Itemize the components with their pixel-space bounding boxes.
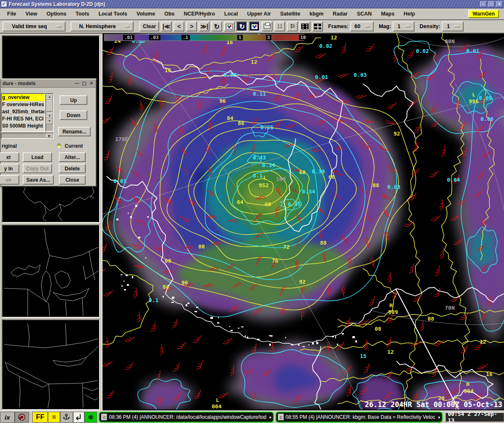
procedures-dialog[interactable]: dure - models — ▢ ✕ g_overview F overvie…: [0, 78, 97, 187]
scroll-right-icon[interactable]: ▶: [46, 133, 53, 138]
up-button[interactable]: Up: [60, 95, 87, 105]
down-button[interactable]: Down: [60, 110, 87, 120]
window-title: Forecast Systems Laboratory D-2D (djn): [9, 1, 105, 7]
announcer-c-button[interactable]: c: [101, 414, 107, 420]
procedure-list-item[interactable]: ast_925mb_thetae: [2, 108, 45, 115]
current-radio-icon[interactable]: [56, 143, 62, 149]
loop-toggle-button[interactable]: ↻: [236, 21, 247, 31]
copy-in-button[interactable]: y In: [0, 164, 19, 173]
scale-dropdown[interactable]: N. Hemisphere: [71, 21, 134, 31]
menu-scan[interactable]: SCAN: [352, 9, 376, 18]
dialog-maximize-icon[interactable]: ▢: [81, 81, 87, 86]
menu-maps[interactable]: Maps: [376, 9, 399, 18]
svg-text:.03: .03: [150, 35, 159, 40]
title-bar[interactable]: ✓ Forecast Systems Laboratory D-2D (djn)…: [0, 0, 504, 8]
mag-dropdown[interactable]: 1: [393, 21, 415, 31]
menu-local-tools[interactable]: Local Tools: [94, 9, 132, 18]
map-label: 76: [272, 258, 278, 264]
maximize-button[interactable]: □: [488, 1, 495, 7]
points-button[interactable]: ∷: [274, 21, 285, 31]
print-button[interactable]: [262, 21, 273, 31]
ff-launcher-icon[interactable]: FF: [32, 412, 48, 423]
map-label: 15: [360, 353, 367, 359]
menu-tools[interactable]: Tools: [71, 9, 94, 18]
arrow-launcher-icon[interactable]: [73, 412, 84, 423]
menu-satellite[interactable]: Satellite: [276, 9, 305, 18]
procedure-list-item[interactable]: F overview-HiRes: [2, 101, 45, 108]
announcer-bar-2[interactable]: c 08:55 PM (4) |ANNOUNCER: kbgm: Base Da…: [276, 412, 443, 423]
menu-local[interactable]: Local: [220, 9, 243, 18]
map-label: 0.03: [223, 72, 236, 78]
delete-button[interactable]: Delete: [59, 164, 86, 173]
image-toggle-button[interactable]: [249, 21, 260, 31]
load-button[interactable]: Load: [23, 152, 52, 162]
menu-kbgm[interactable]: kbgm: [305, 9, 328, 18]
image-combo-button[interactable]: [224, 21, 235, 31]
dialog-title-bar[interactable]: dure - models — ▢ ✕: [1, 79, 96, 88]
scroll-up-icon[interactable]: ▲: [46, 112, 53, 118]
menu-view[interactable]: View: [21, 9, 42, 18]
alter-button[interactable]: Alter...: [59, 152, 86, 162]
next-button[interactable]: xt: [0, 152, 19, 162]
scroll-up-icon[interactable]: ▲: [46, 94, 53, 100]
menu-bar: File View Options Tools Local Tools Volu…: [0, 8, 504, 20]
menu-radar[interactable]: Radar: [328, 9, 352, 18]
last-frame-button[interactable]: ≫|: [199, 21, 210, 31]
close-dialog-button[interactable]: Close: [59, 175, 86, 185]
snowflake-launcher-icon[interactable]: ❄: [84, 412, 97, 423]
four-panel-button[interactable]: [312, 21, 323, 31]
original-radio-label[interactable]: riginal: [2, 143, 17, 149]
save-as-button[interactable]: Save As...: [23, 175, 54, 185]
first-frame-button[interactable]: |≪: [161, 21, 172, 31]
announcer-c-button[interactable]: c: [278, 414, 284, 420]
thumbnail-great-lakes[interactable]: [2, 225, 100, 318]
scroll-down-icon[interactable]: ▼: [46, 118, 53, 124]
menu-obs[interactable]: Obs: [160, 9, 179, 18]
procedure-list-item[interactable]: g_overview: [2, 94, 45, 101]
time-mode-dropdown[interactable]: Valid time seq: [3, 21, 66, 31]
menu-help[interactable]: Help: [399, 9, 420, 18]
frames-dropdown[interactable]: 60: [350, 21, 374, 31]
redo-launcher-icon[interactable]: [15, 412, 29, 423]
clear-button[interactable]: Clear: [139, 21, 159, 31]
announcer-dropdown-icon[interactable]: ▾: [268, 415, 271, 420]
map-label: 952: [259, 182, 268, 188]
list-vertical-scrollbar[interactable]: ▲ ▲ ▼: [45, 93, 54, 132]
frames-label: Frames:: [328, 24, 349, 29]
announcer-bar-1[interactable]: c 08:36 PM (4) |ANNOUNCER: /data/local/l…: [99, 412, 274, 423]
procedure-list[interactable]: g_overview F overview-HiRes ast_925mb_th…: [1, 93, 45, 132]
loop-button[interactable]: ↻: [211, 21, 222, 31]
single-panel-button[interactable]: [299, 21, 310, 31]
density-dropdown[interactable]: 1: [442, 21, 464, 31]
main-display[interactable]: 240.05161612120.030.020.020.010.030.110.…: [102, 34, 504, 410]
scrollbar-thumb[interactable]: [46, 100, 53, 112]
menu-upper-air[interactable]: Upper Air: [243, 9, 276, 18]
menu-volume[interactable]: Volume: [132, 9, 160, 18]
announcer-dropdown-icon[interactable]: ▾: [437, 415, 440, 420]
dialog-minimize-icon[interactable]: —: [74, 81, 80, 86]
tools-launcher-icon[interactable]: [60, 412, 73, 423]
prev-frame-button[interactable]: <: [173, 21, 184, 31]
menu-ncep-hydro[interactable]: NCEP/Hydro: [179, 9, 220, 18]
thumbnail-northeast[interactable]: [2, 319, 100, 410]
frames-value: 60: [354, 24, 360, 29]
dialog-close-icon[interactable]: ✕: [89, 81, 94, 86]
menu-bars-launcher-icon[interactable]: ≡: [48, 412, 60, 423]
map-label: 96: [219, 98, 226, 104]
procedure-list-item[interactable]: S0 500MB Height ,: [2, 123, 45, 130]
rename-button[interactable]: Rename...: [58, 127, 91, 136]
map-label: L: [263, 175, 267, 181]
menu-options[interactable]: Options: [42, 9, 71, 18]
next-frame-button[interactable]: >: [186, 21, 197, 31]
ix-launcher-icon[interactable]: ix: [0, 412, 15, 423]
map-label: 180: [276, 176, 286, 182]
menu-file[interactable]: File: [3, 9, 21, 18]
map-label: 08: [428, 316, 434, 322]
procedure-list-item[interactable]: F-HI RES NH, ECI: [2, 115, 45, 123]
close-button[interactable]: ×: [496, 1, 503, 7]
baseline-tool-button[interactable]: ⚐: [287, 21, 298, 31]
list-horizontal-scrollbar[interactable]: ▶: [1, 133, 54, 139]
minimize-button[interactable]: −: [480, 1, 487, 7]
warngen-button[interactable]: WarnGen: [468, 10, 499, 18]
current-radio-label[interactable]: Current: [65, 143, 83, 149]
